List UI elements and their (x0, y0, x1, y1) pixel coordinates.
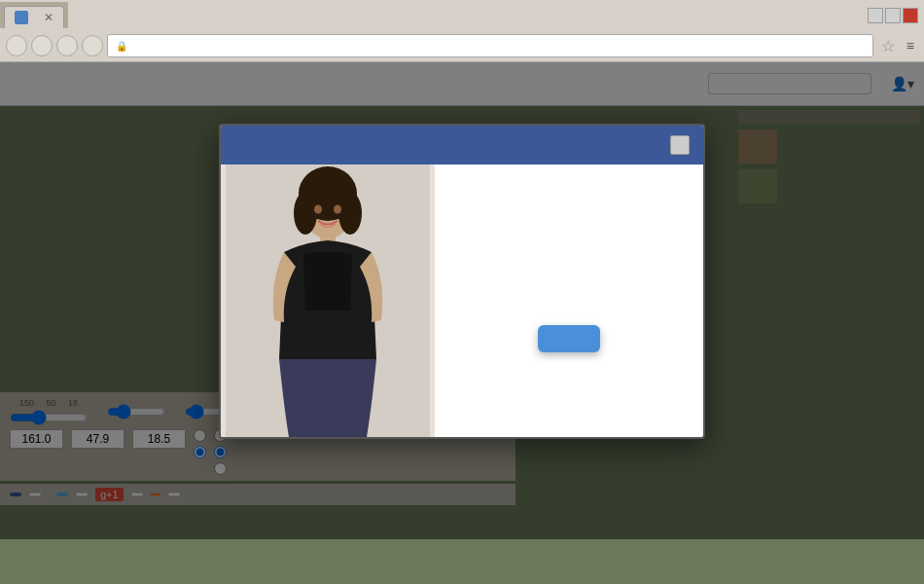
browser-chrome: ✕ 🔒 ☆ ≡ (0, 0, 924, 62)
popup-content-area (435, 164, 703, 437)
popup-cta-button[interactable] (538, 325, 600, 352)
svg-point-3 (294, 192, 317, 235)
website-background: 👤▾ (0, 62, 924, 539)
forward-button[interactable] (31, 35, 53, 56)
popup-overlay (0, 62, 924, 539)
tab-close-icon[interactable]: ✕ (44, 11, 53, 24)
browser-tab[interactable]: ✕ (4, 6, 64, 28)
popup-dialog (219, 124, 705, 439)
minimize-button[interactable] (868, 8, 883, 23)
woman-illustration (226, 164, 430, 437)
menu-button[interactable]: ≡ (903, 38, 918, 54)
maximize-button[interactable] (885, 8, 901, 23)
svg-point-5 (314, 205, 322, 214)
popup-body (221, 164, 703, 437)
home-button[interactable] (82, 35, 103, 56)
address-icon: 🔒 (116, 41, 127, 52)
nav-bar: 🔒 ☆ ≡ (0, 30, 924, 61)
window-controls (868, 8, 918, 23)
top-row: ✕ (0, 0, 924, 30)
address-bar[interactable]: 🔒 (107, 34, 873, 57)
popup-close-button[interactable] (670, 135, 690, 155)
refresh-button[interactable] (56, 35, 78, 56)
svg-point-4 (338, 192, 362, 235)
close-window-button[interactable] (903, 8, 918, 23)
svg-point-6 (334, 205, 341, 214)
back-button[interactable] (6, 35, 27, 56)
popup-header (221, 126, 703, 164)
tab-favicon (15, 11, 28, 24)
popup-image-area (221, 164, 435, 437)
bookmark-button[interactable]: ☆ (877, 37, 899, 55)
tab-bar: ✕ (0, 2, 68, 28)
